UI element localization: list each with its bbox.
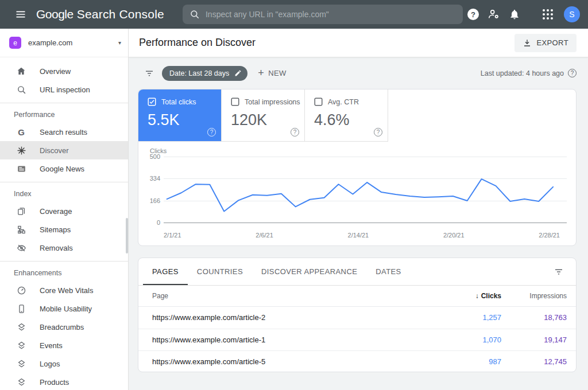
metric-value: 5.5K	[148, 111, 214, 129]
date-filter-chip[interactable]: Date: Last 28 days	[162, 66, 247, 81]
page-header: Performance on Discover EXPORT	[129, 29, 588, 57]
home-icon	[16, 66, 26, 76]
column-header-clicks[interactable]: ↓Clicks	[438, 292, 501, 300]
sidebar-item-label: Products	[40, 378, 69, 387]
filter-button[interactable]	[141, 65, 157, 81]
sidebar-item-google-news[interactable]: Google News	[0, 159, 128, 178]
sidebar-item-url-inspection[interactable]: URL inspection	[0, 80, 128, 99]
sidebar-item-mobile-usability[interactable]: Mobile Usability	[0, 299, 128, 318]
table-row[interactable]: https://www.example.com/article-2 1,257 …	[138, 307, 576, 329]
table-header-row: Page ↓Clicks Impressions	[138, 286, 576, 307]
magnifier-icon	[16, 84, 26, 95]
app-logo[interactable]: Google Search Console	[36, 7, 164, 21]
checkbox-checked-icon[interactable]	[148, 98, 156, 106]
sitemap-tree-icon	[16, 224, 26, 235]
page-url[interactable]: https://www.example.com/article-2	[138, 313, 438, 322]
sidebar-item-removals[interactable]: Removals	[0, 239, 128, 257]
sidebar-item-label: Discover	[40, 146, 69, 155]
dimensions-table-card: PAGES COUNTRIES DISCOVER APPEARANCE DATE…	[138, 258, 577, 372]
sidebar-item-logos[interactable]: Logos	[0, 354, 128, 373]
clicks-value: 1,257	[438, 313, 501, 322]
x-tick: 2/28/21	[539, 232, 560, 239]
clicks-chart: Clicks 500 334 166 0	[138, 142, 576, 245]
impressions-value: 12,745	[501, 357, 576, 366]
apps-grid-icon	[543, 9, 553, 20]
impressions-value: 18,763	[501, 313, 576, 322]
avatar[interactable]: S	[564, 6, 580, 22]
metric-avg-ctr[interactable]: Avg. CTR 4.6% ?	[305, 89, 388, 141]
user-settings-button[interactable]	[483, 4, 504, 25]
sidebar-item-sitemaps[interactable]: Sitemaps	[0, 220, 128, 239]
smartphone-icon	[16, 303, 26, 314]
sidebar-item-coverage[interactable]: Coverage	[0, 202, 128, 220]
sidebar-item-label: Logos	[40, 360, 60, 368]
help-circle-icon[interactable]: ?	[207, 128, 216, 136]
page-url[interactable]: https://www.example.com/article-1	[138, 336, 438, 344]
export-button[interactable]: EXPORT	[514, 34, 577, 52]
sidebar-item-label: URL inspection	[40, 85, 90, 94]
google-apps-button[interactable]	[537, 4, 558, 25]
help-circle-icon[interactable]: ?	[374, 128, 382, 136]
metric-total-impressions[interactable]: Total impressions 120K ?	[222, 89, 305, 141]
eye-off-icon	[16, 243, 26, 253]
sort-desc-icon: ↓	[475, 292, 479, 300]
tab-dates[interactable]: DATES	[366, 258, 410, 285]
last-updated-text: Last updated: 4 hours ago	[481, 69, 564, 77]
sidebar-item-core-web-vitals[interactable]: Core Web Vitals	[0, 281, 128, 299]
chart-plot-area[interactable]: 500 334 166 0	[164, 157, 567, 223]
metric-value: 4.6%	[314, 111, 381, 129]
help-circle-icon[interactable]: ?	[291, 128, 299, 136]
checkbox-unchecked-icon[interactable]	[314, 98, 323, 106]
url-inspect-searchbar[interactable]	[183, 5, 463, 24]
search-icon	[189, 9, 200, 20]
notifications-button[interactable]	[504, 4, 525, 25]
help-button[interactable]: ?	[463, 4, 483, 25]
metric-value: 120K	[231, 111, 297, 129]
sidebar-scrollbar[interactable]	[126, 218, 128, 253]
column-header-impressions[interactable]: Impressions	[501, 292, 576, 300]
plus-icon: +	[258, 67, 264, 79]
sidebar-item-overview[interactable]: Overview	[0, 62, 128, 80]
sidebar-item-breadcrumbs[interactable]: Breadcrumbs	[0, 318, 128, 336]
clicks-value: 1,070	[438, 336, 501, 344]
x-tick: 2/20/21	[443, 232, 465, 239]
menu-button[interactable]	[9, 3, 32, 26]
sidebar-item-label: Overview	[40, 67, 71, 76]
table-row[interactable]: https://www.example.com/article-1 1,070 …	[138, 329, 576, 352]
sidebar-item-label: Breadcrumbs	[40, 323, 84, 332]
sidebar-item-products[interactable]: Products	[0, 373, 128, 390]
table-row[interactable]: https://www.example.com/article-5 987 12…	[138, 351, 576, 372]
tab-discover-appearance[interactable]: DISCOVER APPEARANCE	[252, 258, 366, 285]
filter-list-icon	[554, 267, 564, 277]
new-filter-button[interactable]: + NEW	[258, 67, 286, 79]
sidebar-item-search-results[interactable]: G Search results	[0, 123, 128, 141]
property-selector[interactable]: e example.com ▾	[0, 29, 128, 57]
checkbox-unchecked-icon[interactable]	[231, 98, 239, 106]
metric-total-clicks[interactable]: Total clicks 5.5K ?	[138, 89, 222, 141]
help-circle-icon[interactable]: ?	[568, 69, 577, 77]
page-url[interactable]: https://www.example.com/article-5	[138, 357, 438, 366]
section-label-enhancements: Enhancements	[0, 262, 128, 281]
user-gear-icon	[488, 8, 500, 21]
sidebar-item-discover[interactable]: Discover	[0, 141, 128, 159]
column-header-page[interactable]: Page	[138, 292, 438, 300]
date-chip-label: Date: Last 28 days	[169, 69, 229, 77]
table-filter-button[interactable]	[551, 264, 567, 280]
sidebar: e example.com ▾ Overview URL inspection	[0, 29, 129, 390]
google-g-icon: G	[16, 127, 26, 137]
speedometer-icon	[16, 285, 26, 295]
url-inspect-input[interactable]	[206, 10, 456, 19]
gridline-zero: 0	[164, 223, 567, 223]
sidebar-item-label: Core Web Vitals	[40, 286, 93, 295]
x-tick: 2/14/21	[348, 232, 369, 239]
table-tabs: PAGES COUNTRIES DISCOVER APPEARANCE DATE…	[138, 258, 576, 286]
y-tick: 500	[141, 153, 160, 160]
pages-copy-icon	[16, 206, 26, 216]
clicks-line-chart-svg	[164, 157, 567, 223]
page-title: Performance on Discover	[139, 37, 256, 49]
tab-pages[interactable]: PAGES	[143, 258, 188, 285]
sidebar-item-events[interactable]: Events	[0, 336, 128, 354]
tab-countries[interactable]: COUNTRIES	[188, 258, 252, 285]
performance-chart-card: Total clicks 5.5K ? Total impressions	[138, 89, 577, 246]
y-tick: 166	[141, 197, 160, 204]
